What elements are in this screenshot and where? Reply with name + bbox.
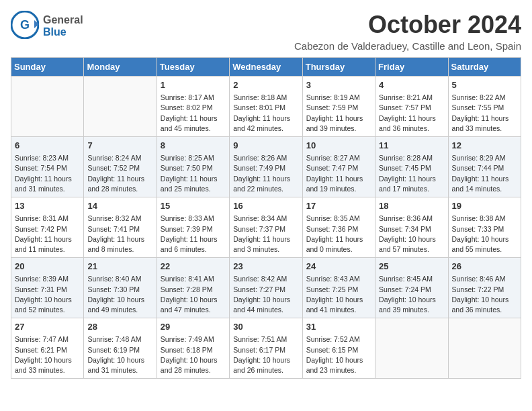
day-number: 3 — [306, 79, 371, 91]
day-number: 23 — [233, 261, 298, 273]
day-info: Sunrise: 8:21 AM Sunset: 7:57 PM Dayligh… — [379, 93, 444, 134]
day-number: 24 — [306, 261, 371, 273]
page-header: G General Blue October 2024 Cabezon de V… — [11, 11, 521, 52]
day-number: 15 — [161, 200, 226, 212]
calendar-cell: 22Sunrise: 8:41 AM Sunset: 7:28 PM Dayli… — [157, 258, 229, 318]
calendar-cell: 6Sunrise: 8:23 AM Sunset: 7:54 PM Daylig… — [11, 137, 84, 197]
day-info: Sunrise: 8:17 AM Sunset: 8:02 PM Dayligh… — [161, 93, 226, 134]
day-info: Sunrise: 8:42 AM Sunset: 7:27 PM Dayligh… — [233, 274, 298, 315]
day-info: Sunrise: 8:18 AM Sunset: 8:01 PM Dayligh… — [233, 93, 298, 134]
day-info: Sunrise: 8:46 AM Sunset: 7:22 PM Dayligh… — [452, 274, 517, 315]
calendar-cell: 8Sunrise: 8:25 AM Sunset: 7:50 PM Daylig… — [157, 137, 229, 197]
day-info: Sunrise: 7:48 AM Sunset: 6:19 PM Dayligh… — [87, 334, 152, 375]
week-row-3: 13Sunrise: 8:31 AM Sunset: 7:42 PM Dayli… — [11, 197, 521, 258]
day-info: Sunrise: 8:40 AM Sunset: 7:30 PM Dayligh… — [87, 274, 152, 315]
day-info: Sunrise: 8:31 AM Sunset: 7:42 PM Dayligh… — [15, 214, 80, 255]
page-subtitle: Cabezon de Valderaduey, Castille and Leo… — [294, 40, 521, 52]
day-number: 25 — [379, 261, 444, 273]
day-info: Sunrise: 8:45 AM Sunset: 7:24 PM Dayligh… — [379, 274, 444, 315]
calendar-cell: 19Sunrise: 8:38 AM Sunset: 7:33 PM Dayli… — [448, 197, 521, 258]
day-info: Sunrise: 8:43 AM Sunset: 7:25 PM Dayligh… — [306, 274, 371, 315]
day-info: Sunrise: 8:35 AM Sunset: 7:36 PM Dayligh… — [306, 214, 371, 255]
day-info: Sunrise: 7:49 AM Sunset: 6:18 PM Dayligh… — [161, 334, 226, 375]
day-number: 13 — [15, 200, 80, 212]
calendar-cell: 16Sunrise: 8:34 AM Sunset: 7:37 PM Dayli… — [230, 197, 302, 258]
page-title: October 2024 — [294, 11, 521, 39]
day-number: 31 — [306, 321, 371, 333]
day-number: 14 — [87, 200, 152, 212]
calendar-cell: 3Sunrise: 8:19 AM Sunset: 7:59 PM Daylig… — [302, 77, 375, 137]
day-number: 26 — [452, 261, 517, 273]
day-header-thursday: Thursday — [302, 58, 375, 77]
day-number: 21 — [87, 261, 152, 273]
day-number: 7 — [87, 140, 152, 152]
day-header-tuesday: Tuesday — [157, 58, 229, 77]
calendar-cell: 31Sunrise: 7:52 AM Sunset: 6:15 PM Dayli… — [302, 318, 375, 379]
logo-icon: G — [11, 11, 39, 39]
day-info: Sunrise: 8:32 AM Sunset: 7:41 PM Dayligh… — [87, 214, 152, 255]
calendar-cell: 18Sunrise: 8:36 AM Sunset: 7:34 PM Dayli… — [375, 197, 448, 258]
calendar-cell: 27Sunrise: 7:47 AM Sunset: 6:21 PM Dayli… — [11, 318, 84, 379]
day-info: Sunrise: 8:26 AM Sunset: 7:49 PM Dayligh… — [233, 153, 298, 194]
day-number: 11 — [379, 140, 444, 152]
day-number: 9 — [233, 140, 298, 152]
day-number: 19 — [452, 200, 517, 212]
header-row: SundayMondayTuesdayWednesdayThursdayFrid… — [11, 58, 521, 77]
calendar-cell: 11Sunrise: 8:28 AM Sunset: 7:45 PM Dayli… — [375, 137, 448, 197]
day-info: Sunrise: 8:19 AM Sunset: 7:59 PM Dayligh… — [306, 93, 371, 134]
day-info: Sunrise: 8:25 AM Sunset: 7:50 PM Dayligh… — [161, 153, 226, 194]
day-info: Sunrise: 8:28 AM Sunset: 7:45 PM Dayligh… — [379, 153, 444, 194]
logo-general: General — [43, 14, 83, 26]
day-info: Sunrise: 8:24 AM Sunset: 7:52 PM Dayligh… — [87, 153, 152, 194]
svg-text:G: G — [20, 18, 30, 32]
day-info: Sunrise: 8:29 AM Sunset: 7:44 PM Dayligh… — [452, 153, 517, 194]
calendar-cell: 4Sunrise: 8:21 AM Sunset: 7:57 PM Daylig… — [375, 77, 448, 137]
day-info: Sunrise: 7:51 AM Sunset: 6:17 PM Dayligh… — [233, 334, 298, 375]
day-number: 20 — [15, 261, 80, 273]
day-info: Sunrise: 8:27 AM Sunset: 7:47 PM Dayligh… — [306, 153, 371, 194]
day-info: Sunrise: 8:22 AM Sunset: 7:55 PM Dayligh… — [452, 93, 517, 134]
day-info: Sunrise: 8:34 AM Sunset: 7:37 PM Dayligh… — [233, 214, 298, 255]
calendar-cell: 1Sunrise: 8:17 AM Sunset: 8:02 PM Daylig… — [157, 77, 229, 137]
day-number: 2 — [233, 79, 298, 91]
calendar-cell: 9Sunrise: 8:26 AM Sunset: 7:49 PM Daylig… — [230, 137, 302, 197]
calendar-cell: 24Sunrise: 8:43 AM Sunset: 7:25 PM Dayli… — [302, 258, 375, 318]
calendar-cell: 29Sunrise: 7:49 AM Sunset: 6:18 PM Dayli… — [157, 318, 229, 379]
calendar-cell: 28Sunrise: 7:48 AM Sunset: 6:19 PM Dayli… — [84, 318, 157, 379]
calendar-cell: 17Sunrise: 8:35 AM Sunset: 7:36 PM Dayli… — [302, 197, 375, 258]
day-info: Sunrise: 8:38 AM Sunset: 7:33 PM Dayligh… — [452, 214, 517, 255]
day-number: 1 — [161, 79, 226, 91]
day-number: 22 — [161, 261, 226, 273]
day-info: Sunrise: 7:47 AM Sunset: 6:21 PM Dayligh… — [15, 334, 80, 375]
title-area: October 2024 Cabezon de Valderaduey, Cas… — [294, 11, 521, 52]
calendar-cell — [448, 318, 521, 379]
week-row-5: 27Sunrise: 7:47 AM Sunset: 6:21 PM Dayli… — [11, 318, 521, 379]
day-info: Sunrise: 7:52 AM Sunset: 6:15 PM Dayligh… — [306, 334, 371, 375]
calendar-cell: 12Sunrise: 8:29 AM Sunset: 7:44 PM Dayli… — [448, 137, 521, 197]
calendar-cell: 26Sunrise: 8:46 AM Sunset: 7:22 PM Dayli… — [448, 258, 521, 318]
day-header-monday: Monday — [84, 58, 157, 77]
calendar-cell — [375, 318, 448, 379]
day-info: Sunrise: 8:36 AM Sunset: 7:34 PM Dayligh… — [379, 214, 444, 255]
week-row-2: 6Sunrise: 8:23 AM Sunset: 7:54 PM Daylig… — [11, 137, 521, 197]
calendar-cell: 13Sunrise: 8:31 AM Sunset: 7:42 PM Dayli… — [11, 197, 84, 258]
day-number: 18 — [379, 200, 444, 212]
day-number: 27 — [15, 321, 80, 333]
logo-blue: Blue — [43, 26, 83, 38]
calendar-cell: 7Sunrise: 8:24 AM Sunset: 7:52 PM Daylig… — [84, 137, 157, 197]
day-header-friday: Friday — [375, 58, 448, 77]
calendar-cell: 25Sunrise: 8:45 AM Sunset: 7:24 PM Dayli… — [375, 258, 448, 318]
day-info: Sunrise: 8:23 AM Sunset: 7:54 PM Dayligh… — [15, 153, 80, 194]
calendar-cell — [84, 77, 157, 137]
calendar-cell — [11, 77, 84, 137]
calendar-cell: 23Sunrise: 8:42 AM Sunset: 7:27 PM Dayli… — [230, 258, 302, 318]
week-row-4: 20Sunrise: 8:39 AM Sunset: 7:31 PM Dayli… — [11, 258, 521, 318]
calendar-cell: 2Sunrise: 8:18 AM Sunset: 8:01 PM Daylig… — [230, 77, 302, 137]
day-header-saturday: Saturday — [448, 58, 521, 77]
day-info: Sunrise: 8:39 AM Sunset: 7:31 PM Dayligh… — [15, 274, 80, 315]
day-info: Sunrise: 8:33 AM Sunset: 7:39 PM Dayligh… — [161, 214, 226, 255]
calendar-cell: 10Sunrise: 8:27 AM Sunset: 7:47 PM Dayli… — [302, 137, 375, 197]
calendar-cell: 5Sunrise: 8:22 AM Sunset: 7:55 PM Daylig… — [448, 77, 521, 137]
day-number: 5 — [452, 79, 517, 91]
day-info: Sunrise: 8:41 AM Sunset: 7:28 PM Dayligh… — [161, 274, 226, 315]
